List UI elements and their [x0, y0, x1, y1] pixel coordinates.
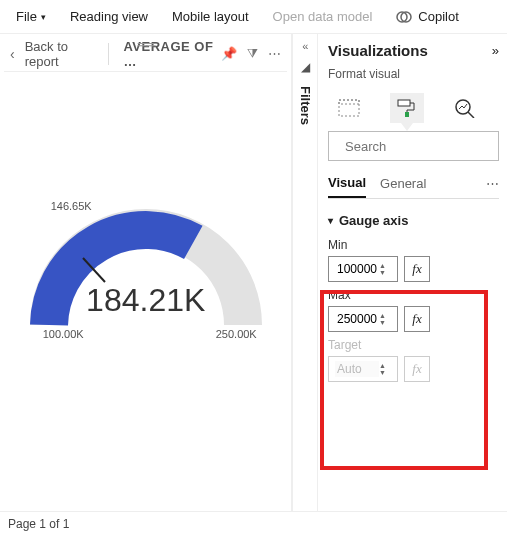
spin-up-icon[interactable]: ▲ [379, 312, 386, 319]
spin-up-icon: ▲ [379, 362, 386, 369]
filters-funnel-icon: ◢ [301, 60, 310, 74]
spin-down-icon[interactable]: ▼ [379, 269, 386, 276]
back-to-report-link[interactable]: Back to report [25, 39, 99, 69]
file-menu-label: File [16, 9, 37, 24]
file-menu[interactable]: File ▾ [6, 3, 56, 31]
max-label: Max [328, 288, 499, 302]
filters-title: Filters [298, 86, 313, 125]
svg-rect-5 [398, 100, 410, 106]
copilot-icon [396, 9, 412, 25]
max-spinner[interactable]: ▲▼ [379, 312, 386, 326]
build-visual-mode[interactable] [332, 93, 366, 123]
chevron-down-icon: ▾ [41, 12, 46, 22]
min-label: Min [328, 238, 499, 252]
target-field: Target ▲▼ fx [328, 338, 499, 382]
svg-rect-4 [339, 100, 359, 104]
tab-visual[interactable]: Visual [328, 169, 366, 198]
max-field: Max ▲▼ fx [328, 288, 499, 332]
svg-rect-3 [339, 100, 359, 116]
analytics-mode[interactable] [448, 93, 482, 123]
max-input-wrap[interactable]: ▲▼ [328, 306, 398, 332]
pane-mode-switch [328, 89, 499, 123]
mobile-layout-button[interactable]: Mobile layout [162, 3, 259, 31]
target-input-wrap: ▲▼ [328, 356, 398, 382]
visualizations-title: Visualizations [328, 42, 428, 59]
report-canvas: ══ ‹ Back to report AVERAGE OF … 📌 ⧩ ⋯ 1… [0, 34, 292, 511]
copilot-button[interactable]: Copilot [386, 3, 468, 31]
gauge-axis-title: Gauge axis [339, 213, 408, 228]
paint-roller-icon [396, 98, 418, 118]
gauge-max-label: 250.00K [216, 328, 257, 340]
back-chevron-icon[interactable]: ‹ [10, 46, 15, 62]
main-area: ══ ‹ Back to report AVERAGE OF … 📌 ⧩ ⋯ 1… [0, 34, 507, 511]
reading-view-button[interactable]: Reading view [60, 3, 158, 31]
gauge-min-label: 100.00K [43, 328, 84, 340]
format-search[interactable] [328, 131, 499, 161]
spin-down-icon[interactable]: ▼ [379, 319, 386, 326]
collapse-chevron-icon[interactable]: « [302, 40, 308, 52]
format-visual-subtitle: Format visual [328, 67, 499, 81]
target-label: Target [328, 338, 499, 352]
target-spinner: ▲▼ [379, 362, 386, 376]
gauge-value-label: 184.21K [21, 282, 271, 319]
expand-chevron-icon[interactable]: » [492, 43, 499, 58]
svg-rect-6 [405, 112, 409, 117]
format-search-input[interactable] [343, 138, 507, 155]
chevron-down-icon: ▾ [328, 215, 333, 226]
min-spinner[interactable]: ▲▼ [379, 262, 386, 276]
filters-pane[interactable]: « ◢ Filters [292, 34, 317, 511]
app-toolbar: File ▾ Reading view Mobile layout Open d… [0, 0, 507, 34]
pin-icon[interactable]: 📌 [221, 46, 237, 61]
target-input [335, 361, 379, 377]
tab-general[interactable]: General [380, 170, 426, 197]
max-fx-button[interactable]: fx [404, 306, 430, 332]
format-visual-mode[interactable] [390, 93, 424, 123]
gauge-axis-toggle[interactable]: ▾ Gauge axis [328, 207, 499, 232]
gauge-needle-label: 146.65K [51, 200, 92, 212]
mobile-layout-label: Mobile layout [172, 9, 249, 24]
magnifier-chart-icon [454, 98, 476, 118]
format-tabs: Visual General ⋯ [328, 169, 499, 199]
min-input-wrap[interactable]: ▲▼ [328, 256, 398, 282]
min-fx-button[interactable]: fx [404, 256, 430, 282]
reading-view-label: Reading view [70, 9, 148, 24]
visualizations-pane: Visualizations » Format visual Visual Ge… [317, 34, 507, 511]
gauge-visual[interactable]: 146.65K 184.21K 100.00K 250.00K [4, 72, 287, 507]
spin-up-icon[interactable]: ▲ [379, 262, 386, 269]
gauge-axis-section: ▾ Gauge axis Min ▲▼ fx Max [328, 207, 499, 386]
target-fx-button: fx [404, 356, 430, 382]
open-data-model-label: Open data model [273, 9, 373, 24]
copilot-label: Copilot [418, 9, 458, 24]
status-bar: Page 1 of 1 [0, 511, 507, 535]
min-field: Min ▲▼ fx [328, 238, 499, 282]
filter-icon[interactable]: ⧩ [247, 46, 258, 62]
spin-down-icon: ▼ [379, 369, 386, 376]
more-options-icon[interactable]: ⋯ [268, 46, 281, 61]
page-indicator: Page 1 of 1 [8, 517, 69, 531]
tab-overflow-icon[interactable]: ⋯ [486, 176, 499, 191]
visual-title: AVERAGE OF … [108, 43, 221, 65]
min-input[interactable] [335, 261, 379, 277]
drag-handle-icon[interactable]: ══ [134, 36, 158, 52]
svg-line-8 [468, 112, 474, 118]
fields-grid-icon [338, 99, 360, 117]
open-data-model-button: Open data model [263, 3, 383, 31]
max-input[interactable] [335, 311, 379, 327]
